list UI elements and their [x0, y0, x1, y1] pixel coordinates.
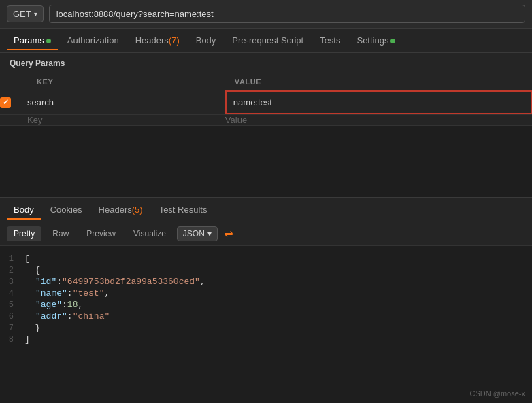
- row-key-value: search: [27, 97, 54, 107]
- format-visualize[interactable]: Visualize: [127, 226, 173, 241]
- params-dot: [46, 39, 51, 43]
- col-value: VALUE: [225, 73, 532, 90]
- format-raw[interactable]: Raw: [46, 226, 76, 241]
- tab-body[interactable]: Body: [189, 31, 223, 50]
- json-line-6: 6 "addr" : "china": [0, 311, 532, 322]
- row-value-input[interactable]: name:test: [225, 90, 532, 114]
- tab-response-body[interactable]: Body: [7, 200, 41, 219]
- json-line-4: 4 "name" : "test" ,: [0, 287, 532, 299]
- col-key: KEY: [27, 73, 225, 90]
- row-key-cell: search: [27, 90, 225, 115]
- format-chevron-icon: ▾: [207, 229, 212, 239]
- placeholder-checkbox: [0, 115, 27, 126]
- col-checkbox: [0, 73, 27, 90]
- placeholder-row: Key Value: [0, 115, 532, 126]
- json-line-8: 8 ]: [0, 334, 532, 345]
- row-value-cell: name:test: [225, 90, 532, 115]
- watermark: CSDN @mose-x: [470, 389, 525, 398]
- format-pretty[interactable]: Pretty: [7, 226, 41, 241]
- json-line-2: 2 {: [0, 264, 532, 276]
- top-section: GET ▾ Params Authorization Headers(7) Bo…: [0, 0, 532, 197]
- tab-headers[interactable]: Headers(7): [129, 31, 186, 50]
- headers-badge: (7): [169, 35, 180, 46]
- url-input[interactable]: [49, 5, 525, 23]
- format-preview[interactable]: Preview: [80, 226, 122, 241]
- filter-icon[interactable]: ⇌: [225, 228, 233, 240]
- tab-test-results[interactable]: Test Results: [152, 200, 214, 219]
- response-headers-badge: (5): [132, 205, 143, 215]
- tab-params[interactable]: Params: [7, 31, 58, 50]
- method-selector[interactable]: GET ▾: [7, 5, 44, 22]
- row-checkbox-cell: [0, 90, 27, 115]
- url-bar: GET ▾: [0, 0, 532, 29]
- json-line-7: 7 }: [0, 322, 532, 334]
- format-bar: Pretty Raw Preview Visualize JSON ▾ ⇌: [0, 222, 532, 246]
- tab-authorization[interactable]: Authorization: [61, 31, 126, 50]
- tab-response-headers[interactable]: Headers(5): [92, 200, 150, 219]
- method-chevron-icon: ▾: [34, 10, 37, 18]
- top-tabs-bar: Params Authorization Headers(7) Body Pre…: [0, 29, 532, 53]
- tab-prerequest[interactable]: Pre-request Script: [225, 31, 310, 50]
- placeholder-value[interactable]: Value: [225, 115, 532, 126]
- tab-settings[interactable]: Settings: [350, 31, 402, 50]
- method-label: GET: [13, 9, 31, 19]
- json-body: 1 [ 2 { 3 "id" : "6499753bd2f2a99a53360c…: [0, 246, 532, 352]
- table-row: search name:test: [0, 90, 532, 115]
- row-checkbox[interactable]: [0, 97, 11, 108]
- query-params-label: Query Params: [0, 53, 532, 73]
- settings-dot: [390, 39, 395, 43]
- json-line-1: 1 [: [0, 253, 532, 264]
- response-tabs-bar: Body Cookies Headers(5) Test Results: [0, 198, 532, 222]
- tab-response-cookies[interactable]: Cookies: [44, 200, 89, 219]
- json-line-5: 5 "age" : 18 ,: [0, 299, 532, 311]
- placeholder-key[interactable]: Key: [27, 115, 225, 126]
- json-line-3: 3 "id" : "6499753bd2f2a99a53360ced" ,: [0, 276, 532, 287]
- json-format-selector[interactable]: JSON ▾: [177, 226, 218, 241]
- params-table: KEY VALUE search name:test Key Value: [0, 73, 532, 126]
- bottom-section: Body Cookies Headers(5) Test Results Pre…: [0, 197, 532, 403]
- tab-tests[interactable]: Tests: [313, 31, 347, 50]
